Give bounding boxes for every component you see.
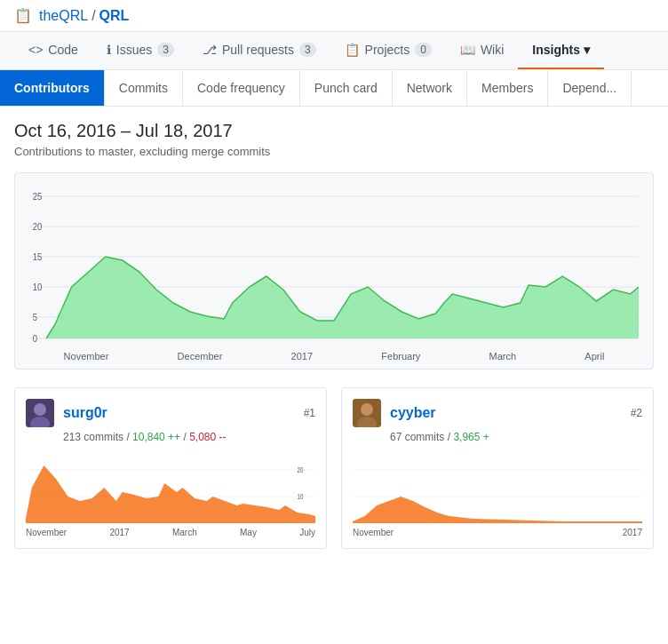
mini-chart-wrapper-2: November 2017 — [353, 452, 642, 537]
chart-label-mar: March — [489, 351, 517, 362]
tab-code-label: Code — [48, 43, 77, 57]
subtab-commits[interactable]: Commits — [105, 70, 183, 106]
separator: / — [91, 8, 95, 24]
wiki-icon: 📖 — [460, 43, 475, 57]
repo-icon: 📋 — [14, 7, 32, 24]
subtab-members[interactable]: Members — [467, 70, 548, 106]
svg-text:15: 15 — [33, 252, 43, 262]
deletions-1: 5,080 -- — [189, 431, 226, 443]
mini-label-jul: July — [299, 528, 315, 537]
mini-label-2017: 2017 — [109, 528, 129, 537]
contributor-card-2: cyyber #2 67 commits / 3,965 + November … — [341, 387, 654, 549]
mini-chart-labels-2: November 2017 — [353, 526, 642, 537]
subtab-network[interactable]: Network — [393, 70, 467, 106]
mini-label-nov: November — [26, 528, 67, 537]
contributor-info-2: cyyber — [353, 399, 436, 427]
chart-x-labels: November December 2017 February March Ap… — [29, 347, 639, 369]
mini-chart-wrapper-1: 20 10 November 2017 March May July — [26, 452, 315, 537]
tab-issues-label: Issues — [116, 43, 152, 57]
repo-header: 📋 theQRL / QRL — [0, 0, 668, 32]
chart-label-dec: December — [178, 351, 223, 362]
svg-text:0: 0 — [33, 334, 38, 344]
tab-wiki[interactable]: 📖 Wiki — [446, 32, 518, 69]
contributor-stats-1: 213 commits / 10,840 ++ / 5,080 -- — [63, 431, 315, 443]
repo-owner-link[interactable]: theQRL — [39, 8, 88, 24]
tab-pr-label: Pull requests — [222, 43, 294, 57]
tab-insights[interactable]: Insights ▾ — [518, 32, 604, 69]
contributor-card-1: surg0r #1 213 commits / 10,840 ++ / 5,08… — [14, 387, 327, 549]
svg-point-13 — [34, 403, 46, 416]
avatar-1 — [26, 399, 54, 427]
issues-badge: 3 — [157, 43, 174, 57]
subtab-punch-card[interactable]: Punch card — [300, 70, 393, 106]
projects-icon: 📋 — [345, 43, 360, 57]
additions-2: 3,965 + — [453, 431, 489, 443]
issues-icon: ℹ — [107, 43, 111, 57]
chart-label-nov: November — [64, 351, 109, 362]
tab-pullrequests[interactable]: ⎇ Pull requests 3 — [188, 32, 330, 69]
svg-point-20 — [361, 403, 373, 416]
mini-chart-1: 20 10 — [26, 452, 315, 523]
subtitle: Contributions to master, excluding merge… — [14, 145, 654, 158]
subtab-depend[interactable]: Depend... — [548, 70, 632, 106]
commit-count-2: 67 commits — [390, 431, 444, 443]
svg-text:5: 5 — [33, 313, 38, 322]
additions-1: 10,840 ++ — [132, 431, 180, 443]
rank-badge-2: #2 — [631, 407, 642, 419]
contributors-grid: surg0r #1 213 commits / 10,840 ++ / 5,08… — [14, 387, 654, 549]
mini-chart-2 — [353, 452, 642, 523]
mini-label-may: May — [240, 528, 257, 537]
svg-text:20: 20 — [298, 465, 304, 475]
contributor-header-1: surg0r #1 — [26, 399, 315, 427]
mini-chart-labels-1: November 2017 March May July — [26, 526, 315, 537]
repo-name-link[interactable]: QRL — [99, 8, 130, 24]
subtab-code-frequency[interactable]: Code frequency — [183, 70, 300, 106]
date-range: Oct 16, 2016 – Jul 18, 2017 — [14, 121, 654, 141]
tab-projects[interactable]: 📋 Projects 0 — [330, 32, 446, 69]
contributor-stats-2: 67 commits / 3,965 + — [390, 431, 642, 443]
main-content: Oct 16, 2016 – Jul 18, 2017 Contribution… — [0, 107, 668, 563]
tab-projects-label: Projects — [365, 43, 410, 57]
code-icon: <> — [28, 43, 43, 57]
tab-insights-label: Insights ▾ — [532, 43, 590, 57]
svg-text:20: 20 — [33, 222, 43, 232]
chart-label-2017: 2017 — [291, 351, 313, 362]
avatar-2 — [353, 399, 381, 427]
svg-text:10: 10 — [298, 492, 304, 502]
contributor-name-2[interactable]: cyyber — [390, 405, 436, 421]
rank-badge-1: #1 — [304, 407, 315, 419]
nav-tabs: <> Code ℹ Issues 3 ⎇ Pull requests 3 📋 P… — [0, 32, 668, 70]
contributor-header-2: cyyber #2 — [353, 399, 642, 427]
contributions-chart: 25 20 15 10 5 0 November December 2017 F… — [14, 172, 654, 370]
tab-code[interactable]: <> Code — [14, 32, 92, 69]
chart-label-apr: April — [584, 351, 604, 362]
chart-label-feb: February — [381, 351, 420, 362]
sub-tabs: Contributors Commits Code frequency Punc… — [0, 70, 668, 107]
pr-badge: 3 — [299, 43, 316, 57]
contributor-name-1[interactable]: surg0r — [63, 405, 107, 421]
tab-issues[interactable]: ℹ Issues 3 — [92, 32, 188, 69]
svg-text:25: 25 — [33, 192, 43, 202]
tab-wiki-label: Wiki — [481, 43, 504, 57]
svg-text:10: 10 — [33, 282, 43, 292]
mini-label-nov-2: November — [353, 528, 394, 537]
subtab-contributors[interactable]: Contributors — [0, 70, 105, 106]
contributor-info-1: surg0r — [26, 399, 107, 427]
pr-icon: ⎇ — [203, 43, 217, 57]
commit-count-1: 213 commits — [63, 431, 123, 443]
chart-svg: 25 20 15 10 5 0 — [29, 187, 639, 347]
projects-badge: 0 — [415, 43, 432, 57]
mini-label-2017-2: 2017 — [623, 528, 642, 537]
mini-label-mar: March — [172, 528, 197, 537]
